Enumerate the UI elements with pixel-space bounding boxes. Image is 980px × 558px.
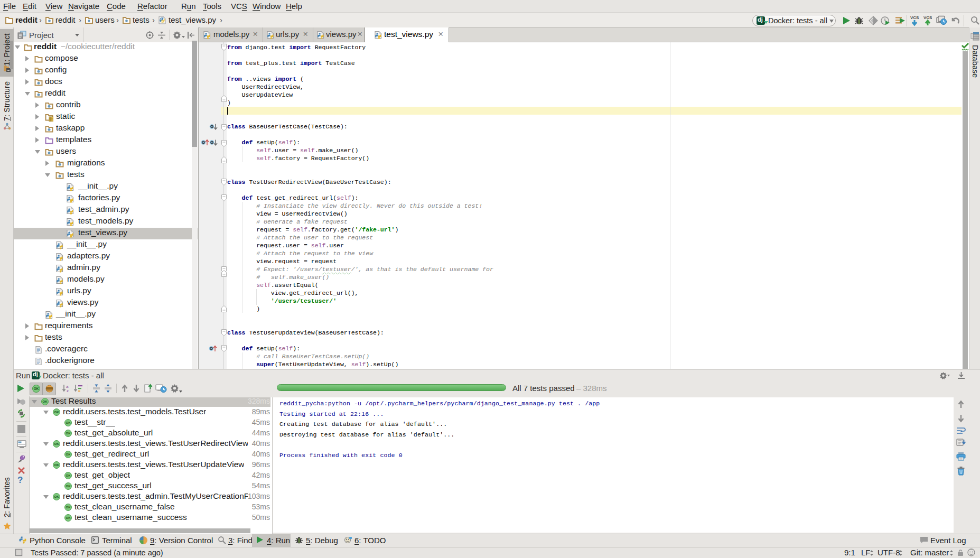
svg-text:VCS: VCS xyxy=(910,15,919,20)
svg-text:z: z xyxy=(67,388,69,393)
